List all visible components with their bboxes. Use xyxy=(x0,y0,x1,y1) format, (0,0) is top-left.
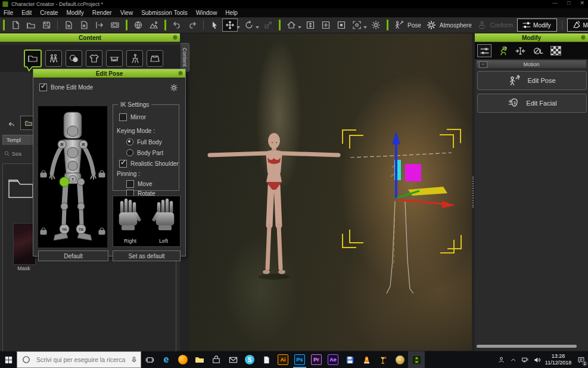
menu-item-window[interactable]: Window xyxy=(196,10,217,16)
taskbar-vlc[interactable] xyxy=(358,351,375,368)
bone-mannequin-panel[interactable]: R R T TR TR xyxy=(38,106,107,248)
edit-pose-header[interactable]: Edit Pose ⊗ xyxy=(33,69,185,78)
modify-panel-close-icon[interactable]: ⊗ xyxy=(581,34,586,41)
full-body-row[interactable]: Full Body xyxy=(126,138,162,146)
collapse-section-button[interactable]: − xyxy=(479,61,487,68)
minimize-button[interactable]: — xyxy=(552,0,558,6)
back-arrow-button[interactable] xyxy=(4,118,19,131)
taskbar-floppy-app[interactable] xyxy=(341,351,358,368)
undo-button[interactable] xyxy=(169,18,185,32)
taskbar-firefox[interactable] xyxy=(175,351,191,368)
preview-button[interactable] xyxy=(107,18,123,32)
realistic-shoulder-row[interactable]: Realistic Shoulder xyxy=(119,160,179,168)
taskbar-clock[interactable]: 13:28 11/12/2018 xyxy=(543,353,574,366)
content-vertical-tab[interactable]: Content xyxy=(181,43,189,72)
menu-item-help[interactable]: Help xyxy=(225,10,238,16)
content-panel-close-icon[interactable]: ⊗ xyxy=(173,34,178,41)
network-icon[interactable] xyxy=(519,351,531,368)
body-part-radio[interactable] xyxy=(126,149,133,156)
folder-thumbnail[interactable] xyxy=(7,175,35,199)
move-tool[interactable] xyxy=(222,18,238,32)
fit-vertical-button[interactable] xyxy=(303,18,318,32)
close-window-button[interactable]: ✕ xyxy=(580,0,584,6)
menu-item-submission-tools[interactable]: Submission Tools xyxy=(141,10,188,16)
home-camera-dropdown[interactable] xyxy=(298,26,301,29)
tab-attribute[interactable] xyxy=(477,44,491,57)
mirror-row[interactable]: Mirror xyxy=(119,113,146,121)
rotate-tool[interactable] xyxy=(241,18,257,32)
bone-edit-mode-checkbox[interactable] xyxy=(39,84,47,91)
import-button[interactable] xyxy=(61,18,76,32)
pose-mode-label[interactable]: Pose xyxy=(407,22,421,29)
tab-project[interactable] xyxy=(24,50,42,67)
taskbar-search-input[interactable] xyxy=(35,355,127,364)
hand-gesture-panel[interactable]: Right Left xyxy=(113,196,181,247)
template-tab[interactable]: Templ xyxy=(2,135,35,145)
taskbar-search-box[interactable] xyxy=(17,351,141,368)
rotate-tool-dropdown[interactable] xyxy=(256,26,259,29)
tab-morph[interactable] xyxy=(513,44,527,57)
menu-item-render[interactable]: Render xyxy=(92,10,112,16)
fit-pan-button[interactable] xyxy=(318,18,334,32)
full-body-radio[interactable] xyxy=(126,138,133,146)
edit-facial-button[interactable]: Edit Facial xyxy=(477,94,587,113)
atmosphere-icon[interactable] xyxy=(424,18,439,32)
select-tool[interactable] xyxy=(207,18,222,32)
body-part-row[interactable]: Body Part xyxy=(126,149,163,156)
taskbar-mail[interactable] xyxy=(225,351,241,368)
taskbar-edge[interactable]: e xyxy=(158,351,175,368)
redo-button[interactable] xyxy=(185,18,200,32)
tab-texture[interactable] xyxy=(549,44,563,57)
menu-item-create[interactable]: Create xyxy=(40,10,58,16)
tab-appearance[interactable] xyxy=(531,44,545,57)
taskbar-notepad[interactable] xyxy=(258,351,275,368)
frame-selected-button[interactable] xyxy=(349,18,365,32)
tab-motion[interactable] xyxy=(495,44,509,57)
edit-pose-button[interactable]: Edit Pose xyxy=(477,71,587,90)
export-character-button[interactable] xyxy=(92,18,107,32)
people-icon[interactable] xyxy=(495,351,507,368)
default-button[interactable]: Default xyxy=(38,251,108,261)
tab-cloth[interactable] xyxy=(86,50,102,67)
volume-icon[interactable] xyxy=(531,351,543,368)
tab-actor[interactable] xyxy=(45,50,62,67)
home-camera-button[interactable] xyxy=(284,18,299,32)
taskbar-illustrator[interactable]: Ai xyxy=(275,351,291,368)
hidden-icons-chevron[interactable] xyxy=(507,351,519,368)
taskbar-character-creator[interactable] xyxy=(408,351,425,368)
render-image-button[interactable] xyxy=(146,18,161,32)
tab-prop[interactable] xyxy=(106,50,123,67)
light-button[interactable] xyxy=(368,18,384,32)
edit-pose-close-icon[interactable]: ⊗ xyxy=(178,70,183,76)
pose-mode-icon[interactable] xyxy=(391,18,407,32)
menu-item-view[interactable]: View xyxy=(120,10,133,16)
tab-animation[interactable] xyxy=(126,50,143,67)
save-project-button[interactable] xyxy=(39,18,54,32)
viewport-3d[interactable] xyxy=(189,33,472,351)
frame-all-button[interactable] xyxy=(334,18,349,32)
content-store-icon[interactable] xyxy=(130,18,146,32)
realistic-shoulder-checkbox[interactable] xyxy=(119,160,127,168)
mirror-checkbox[interactable] xyxy=(119,113,127,121)
maximize-button[interactable]: □ xyxy=(567,0,570,6)
atmosphere-label[interactable]: Atmosphere xyxy=(440,22,472,29)
export-button[interactable] xyxy=(76,18,92,32)
set-as-default-button[interactable]: Set as default xyxy=(113,251,181,261)
gear-icon[interactable] xyxy=(166,81,182,94)
content-search[interactable]: Sea xyxy=(4,149,35,158)
menu-item-edit[interactable]: Edit xyxy=(21,10,32,16)
taskbar-gold-app[interactable] xyxy=(391,351,408,368)
modify-toolbar-button[interactable]: Modify xyxy=(517,18,556,32)
action-center-icon[interactable]: 1 xyxy=(574,351,588,368)
open-project-button[interactable] xyxy=(23,18,39,32)
tab-stage[interactable] xyxy=(147,50,163,67)
taskbar-cocktail-app[interactable] xyxy=(375,351,391,368)
taskbar-explorer[interactable] xyxy=(191,351,208,368)
move-tool-dropdown[interactable] xyxy=(237,26,240,29)
taskbar-premiere[interactable]: Pr xyxy=(308,351,325,368)
start-button[interactable] xyxy=(0,351,17,368)
task-view-button[interactable] xyxy=(141,351,158,368)
content-panel-header[interactable]: Content ⊗ xyxy=(0,33,180,42)
taskbar-photoshop[interactable]: Ps xyxy=(291,351,308,368)
taskbar-store[interactable] xyxy=(208,351,225,368)
